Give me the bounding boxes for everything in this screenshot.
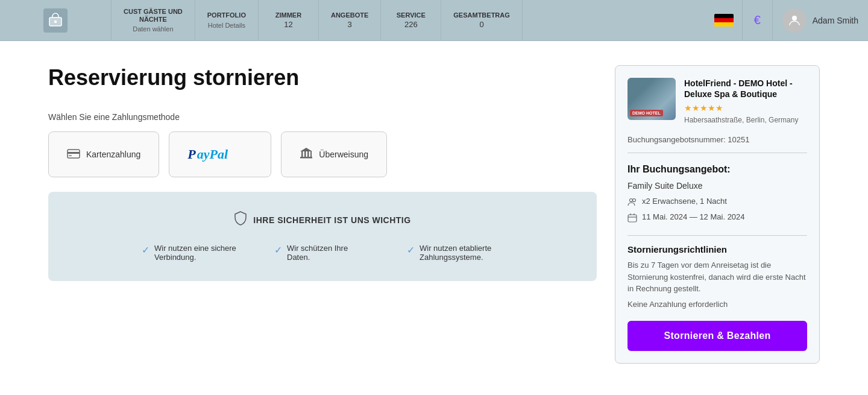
- nav-angebote[interactable]: ANGEBOTE 3: [319, 0, 381, 40]
- security-title-text: IHRE SICHERHEIT IST UNS WICHTIG: [253, 215, 410, 225]
- user-menu[interactable]: Adam Smith: [773, 8, 868, 33]
- svg-point-2: [792, 16, 797, 21]
- logo-area[interactable]: [0, 0, 112, 40]
- demo-badge: DEMO HOTEL: [630, 110, 663, 116]
- no-deposit-text: Keine Anzahlung erforderlich: [627, 300, 807, 309]
- check-icon-3: ✓: [407, 244, 415, 256]
- cancellation-section: Stornierungsrichtlinien Bis zu 7 Tagen v…: [627, 235, 807, 351]
- svg-marker-6: [300, 148, 312, 151]
- calendar-icon: [627, 213, 637, 224]
- security-box: IHRE SICHERHEIT IST UNS WICHTIG ✓ Wir nu…: [48, 192, 597, 281]
- transfer-payment-label: Überweisung: [319, 150, 368, 159]
- nav-service[interactable]: SERVICE 226: [381, 0, 441, 40]
- nav-gesamtbetrag[interactable]: GESAMTBETRAG 0: [441, 0, 523, 40]
- nav-portfolio[interactable]: PORTFOLIO Hotel Details: [195, 0, 259, 40]
- svg-rect-5: [69, 155, 72, 156]
- nav-portfolio-sub: Hotel Details: [208, 22, 245, 29]
- dates-detail: 11 Mai. 2024 — 12 Mai. 2024: [627, 212, 807, 224]
- nav-zimmer-value: 12: [284, 20, 292, 29]
- header: CUST GÄSTE UNDNÄCHTE Daten wählen PORTFO…: [0, 0, 868, 41]
- paypal-payment-option[interactable]: PayPal: [169, 131, 271, 177]
- cancel-pay-button[interactable]: Stornieren & Bezahlen: [627, 321, 807, 351]
- svg-rect-8: [304, 151, 306, 157]
- user-name: Adam Smith: [813, 16, 858, 25]
- card-icon: [67, 148, 80, 162]
- booking-number-value: 10251: [728, 135, 749, 144]
- card-payment-option[interactable]: Kartenzahlung: [48, 131, 159, 177]
- security-point-3: ✓ Wir nutzen etablierte Zahlungssysteme.: [407, 244, 503, 262]
- avatar: [782, 8, 807, 33]
- security-text-3: Wir nutzen etablierte Zahlungssysteme.: [420, 244, 503, 262]
- page-title: Reservierung stornieren: [48, 65, 597, 90]
- svg-rect-4: [68, 152, 80, 154]
- nav-gesamtbetrag-value: 0: [479, 20, 483, 29]
- main-content: Reservierung stornieren Wählen Sie eine …: [0, 41, 868, 388]
- nav-service-label: SERVICE: [397, 11, 426, 19]
- svg-point-13: [633, 199, 636, 202]
- header-right: € Adam Smith: [706, 0, 868, 40]
- booking-number-label: Buchungsangebotsnummer:: [627, 135, 726, 144]
- security-text-1: Wir nutzen eine sichere Verbindung.: [154, 244, 238, 262]
- security-points: ✓ Wir nutzen eine sichere Verbindung. ✓ …: [72, 244, 573, 262]
- security-title: IHRE SICHERHEIT IST UNS WICHTIG: [72, 211, 573, 229]
- header-nav: CUST GÄSTE UNDNÄCHTE Daten wählen PORTFO…: [112, 0, 706, 40]
- bank-icon: [300, 147, 313, 162]
- dates-text: 11 Mai. 2024 — 12 Mai. 2024: [642, 212, 745, 221]
- paypal-logo: PayPal: [187, 147, 228, 162]
- right-panel: DEMO HOTEL HotelFriend - DEMO Hotel - De…: [615, 65, 820, 364]
- nav-angebote-value: 3: [348, 20, 352, 29]
- check-icon-2: ✓: [274, 244, 282, 256]
- nav-guests-sub: Daten wählen: [133, 25, 173, 33]
- guests-icon: [627, 197, 637, 209]
- shield-icon: [234, 211, 247, 229]
- offer-name: Family Suite Deluxe: [627, 181, 807, 191]
- currency-symbol: €: [754, 13, 761, 27]
- guests-detail: x2 Erwachsene, 1 Nacht: [627, 197, 807, 209]
- nav-guests[interactable]: CUST GÄSTE UNDNÄCHTE Daten wählen: [112, 0, 195, 40]
- nav-zimmer-label: ZIMMER: [275, 11, 301, 19]
- svg-rect-9: [307, 151, 309, 157]
- cancellation-title: Stornierungsrichtlinien: [627, 244, 807, 254]
- nav-zimmer[interactable]: ZIMMER 12: [259, 0, 319, 40]
- svg-rect-1: [54, 21, 57, 23]
- card-payment-label: Kartenzahlung: [86, 150, 140, 159]
- check-icon-1: ✓: [142, 244, 149, 256]
- language-button[interactable]: [706, 0, 743, 40]
- hotel-info: DEMO HOTEL HotelFriend - DEMO Hotel - De…: [627, 78, 807, 125]
- offer-section-title: Ihr Buchungsangebot:: [627, 164, 807, 175]
- currency-button[interactable]: €: [743, 0, 773, 40]
- booking-card: DEMO HOTEL HotelFriend - DEMO Hotel - De…: [615, 65, 820, 364]
- hotel-stars: ★★★★★: [684, 103, 807, 113]
- guests-text: x2 Erwachsene, 1 Nacht: [642, 197, 727, 206]
- cancellation-text: Bis zu 7 Tagen vor dem Anreisetag ist di…: [627, 259, 807, 295]
- svg-rect-10: [310, 151, 312, 157]
- nav-service-value: 226: [404, 20, 418, 29]
- security-text-2: Wir schützen Ihre Daten.: [287, 244, 371, 262]
- security-point-1: ✓ Wir nutzen eine sichere Verbindung.: [142, 244, 238, 262]
- hotel-name: HotelFriend - DEMO Hotel - Deluxe Spa & …: [684, 78, 807, 100]
- hotel-address: Habersaathstraße, Berlin, Germany: [684, 115, 807, 125]
- transfer-payment-option[interactable]: Überweisung: [281, 131, 387, 177]
- svg-rect-11: [300, 157, 312, 159]
- hotel-details: HotelFriend - DEMO Hotel - Deluxe Spa & …: [684, 78, 807, 125]
- security-point-2: ✓ Wir schützen Ihre Daten.: [274, 244, 371, 262]
- svg-point-12: [630, 199, 633, 202]
- left-panel: Reservierung stornieren Wählen Sie eine …: [48, 65, 597, 364]
- hotel-image: DEMO HOTEL: [627, 78, 676, 120]
- logo-icon: [43, 8, 68, 33]
- nav-angebote-label: ANGEBOTE: [331, 11, 368, 19]
- payment-section-label: Wählen Sie eine Zahlungsmethode: [48, 112, 597, 122]
- nav-guests-label: CUST GÄSTE UNDNÄCHTE: [124, 8, 183, 24]
- nav-portfolio-label: PORTFOLIO: [207, 11, 246, 19]
- booking-number: Buchungsangebotsnummer: 10251: [627, 135, 807, 153]
- payment-methods: Kartenzahlung PayPal: [48, 131, 597, 177]
- german-flag-icon: [714, 14, 734, 27]
- nav-gesamtbetrag-label: GESAMTBETRAG: [453, 11, 510, 19]
- svg-rect-14: [628, 215, 637, 222]
- svg-rect-7: [301, 151, 303, 157]
